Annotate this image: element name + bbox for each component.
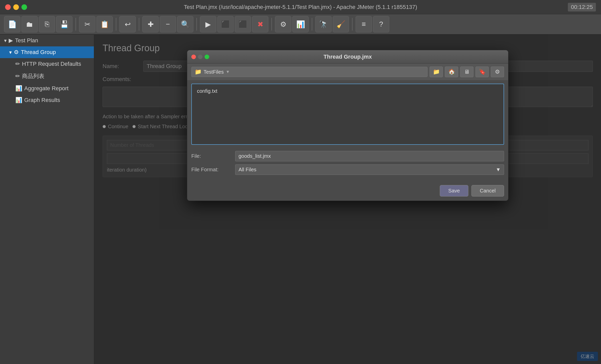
content-panel: Thread Group Name: Comments: Action to b… xyxy=(94,35,601,364)
title-bar: Test Plan.jmx (/usr/local/apache-jmeter-… xyxy=(0,0,601,14)
desktop-button[interactable]: 🖥 xyxy=(460,67,473,77)
cut-button[interactable]: ✂ xyxy=(79,16,95,32)
sidebar-item-label: Graph Results xyxy=(24,97,60,103)
dialog-minimize-button[interactable] xyxy=(198,55,203,59)
sidebar-item-label: Aggregate Report xyxy=(24,85,69,92)
clear-button[interactable]: ✖ xyxy=(252,16,268,32)
bookmark-button[interactable]: 🔖 xyxy=(475,67,489,77)
dialog-save-button[interactable]: Save xyxy=(440,185,468,197)
separator-5 xyxy=(271,18,272,31)
new-button[interactable]: 📄 xyxy=(4,16,20,32)
window-controls[interactable] xyxy=(5,4,27,10)
goods-icon: ✏ xyxy=(15,73,20,80)
find-button[interactable]: 🔭 xyxy=(315,16,332,32)
select-arrow-icon: ▼ xyxy=(496,167,501,173)
format-field-row: File Format: All Files ▼ xyxy=(191,164,504,175)
broom-button[interactable]: 🧹 xyxy=(333,16,349,32)
format-value: All Files xyxy=(239,167,256,173)
sidebar-item-test-plan[interactable]: ▾ ▶ Test Plan xyxy=(0,35,94,46)
settings-button[interactable]: ⚙ xyxy=(275,16,291,32)
graph-icon: 📊 xyxy=(15,97,22,103)
report-button[interactable]: 📊 xyxy=(292,16,309,32)
sidebar-item-label: HTTP Request Defaults xyxy=(22,61,81,67)
close-button[interactable] xyxy=(5,4,11,10)
stop-red-button[interactable]: ⬛ xyxy=(235,16,251,32)
directory-selector[interactable]: 📁 TestFiles ▼ xyxy=(191,67,428,77)
stop-run-button[interactable]: ⬛ xyxy=(217,16,234,32)
dialog-buttons: Save Cancel xyxy=(187,181,508,201)
dialog-toolbar: 📁 TestFiles ▼ 📁 🏠 🖥 🔖 ⚙ xyxy=(187,63,508,81)
list-button[interactable]: ≡ xyxy=(356,16,372,32)
dialog-title: Thread Group.jmx xyxy=(323,54,372,60)
dialog-maximize-button[interactable] xyxy=(205,55,209,59)
sidebar-item-label: Thread Group xyxy=(21,49,56,56)
dialog-cancel-button[interactable]: Cancel xyxy=(471,185,504,197)
separator-7 xyxy=(352,18,353,31)
collapse-icon: ▾ xyxy=(4,37,7,44)
file-list-area: config.txt xyxy=(191,84,504,145)
sidebar: ▾ ▶ Test Plan ▾ ⚙ Thread Group ✏ HTTP Re… xyxy=(0,35,94,364)
add-button[interactable]: ✚ xyxy=(142,16,159,32)
separator-6 xyxy=(312,18,312,31)
search-button[interactable]: 🔍 xyxy=(177,16,193,32)
new-folder-button[interactable]: 📁 xyxy=(430,67,443,77)
file-item[interactable]: config.txt xyxy=(195,87,500,95)
window-title: Test Plan.jmx (/usr/local/apache-jmeter-… xyxy=(184,4,417,10)
http-icon: ✏ xyxy=(15,61,20,67)
aggregate-icon: 📊 xyxy=(15,85,22,92)
main-toolbar: 📄 🖿 ⎘ 💾 ✂ 📋 ↩ ✚ − 🔍 ▶ ⬛ ⬛ ✖ ⚙ 📊 🔭 🧹 ≡ ? xyxy=(0,14,601,35)
gear-icon: ⚙ xyxy=(14,49,19,56)
home-folder-button[interactable]: 🏠 xyxy=(445,67,458,77)
dialog-fields: File: File Format: All Files ▼ xyxy=(187,148,508,181)
file-input[interactable] xyxy=(235,151,504,161)
file-label: File: xyxy=(191,153,232,159)
copy-button[interactable]: ⎘ xyxy=(39,16,55,32)
format-select[interactable]: All Files ▼ xyxy=(235,164,504,175)
minimize-button[interactable] xyxy=(13,4,19,10)
separator-4 xyxy=(196,18,197,31)
open-button[interactable]: 🖿 xyxy=(21,16,38,32)
format-label: File Format: xyxy=(191,167,232,173)
run-button[interactable]: ▶ xyxy=(200,16,216,32)
collapse-icon-thread: ▾ xyxy=(9,49,12,55)
remove-button[interactable]: − xyxy=(160,16,176,32)
sidebar-item-label: 商品列表 xyxy=(22,72,44,80)
maximize-button[interactable] xyxy=(21,4,27,10)
dialog-titlebar: Thread Group.jmx xyxy=(187,50,508,63)
time-display: 00:12:25 xyxy=(568,3,596,11)
sidebar-item-thread-group[interactable]: ▾ ⚙ Thread Group xyxy=(0,46,94,58)
configure-button[interactable]: ⚙ xyxy=(491,67,504,77)
separator-2 xyxy=(116,18,116,31)
undo-button[interactable]: ↩ xyxy=(119,16,136,32)
sidebar-item-label: Test Plan xyxy=(15,37,38,44)
folder-icon: 📁 xyxy=(195,69,202,75)
paste-button[interactable]: 📋 xyxy=(96,16,113,32)
chevron-down-icon: ▼ xyxy=(226,70,230,74)
dialog-window-controls[interactable] xyxy=(191,55,209,59)
main-layout: ▾ ▶ Test Plan ▾ ⚙ Thread Group ✏ HTTP Re… xyxy=(0,35,601,364)
sidebar-item-graph-results[interactable]: 📊 Graph Results xyxy=(0,94,94,106)
separator-1 xyxy=(76,18,76,31)
test-plan-icon: ▶ xyxy=(9,37,13,44)
save-toolbar-button[interactable]: 💾 xyxy=(56,16,72,32)
sidebar-item-aggregate-report[interactable]: 📊 Aggregate Report xyxy=(0,83,94,94)
file-field-row: File: xyxy=(191,151,504,161)
sidebar-item-goods-list[interactable]: ✏ 商品列表 xyxy=(0,70,94,83)
help-button[interactable]: ? xyxy=(373,16,389,32)
file-dialog: Thread Group.jmx 📁 TestFiles ▼ 📁 🏠 🖥 🔖 ⚙ xyxy=(187,50,508,201)
sidebar-item-http-defaults[interactable]: ✏ HTTP Request Defaults xyxy=(0,58,94,70)
directory-name: TestFiles xyxy=(204,69,224,75)
separator-3 xyxy=(139,18,139,31)
dialog-close-button[interactable] xyxy=(191,55,196,59)
dialog-overlay: Thread Group.jmx 📁 TestFiles ▼ 📁 🏠 🖥 🔖 ⚙ xyxy=(94,35,601,364)
